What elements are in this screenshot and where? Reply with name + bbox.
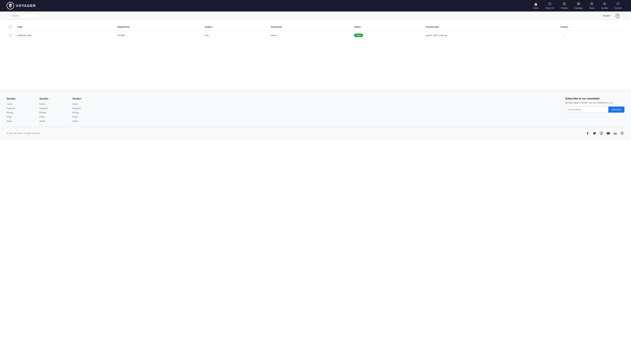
twitter-icon[interactable]	[592, 131, 597, 136]
svg-point-22	[9, 15, 10, 16]
subscribe-button[interactable]: Subscribe	[608, 106, 624, 112]
svg-rect-14	[578, 3, 578, 4]
articles-icon	[563, 2, 566, 6]
footer-link[interactable]: About	[40, 120, 45, 122]
footer-link-item: About	[40, 120, 62, 122]
row-code: #ABCDE12345	[14, 30, 115, 40]
header-subject: Subject	[202, 23, 268, 30]
social-icons	[585, 131, 624, 136]
status-badge: Open	[354, 34, 363, 37]
table-row: #ABCDE12345 OTHER Test Admin Open June 6…	[6, 30, 624, 40]
svg-marker-21	[603, 3, 606, 5]
row-status: Open	[352, 30, 423, 40]
search-input[interactable]	[12, 14, 37, 17]
footer-link-item: Features	[6, 107, 30, 110]
header-actions: Actions	[558, 23, 624, 30]
footer-link[interactable]: About	[6, 120, 12, 122]
footer-link[interactable]: Home	[6, 103, 12, 105]
youtube-icon[interactable]	[606, 131, 610, 136]
row-subject: Test	[202, 30, 268, 40]
footer-link[interactable]: About	[72, 120, 78, 122]
header-status: Status	[352, 23, 423, 30]
header-code: Code	[14, 23, 115, 30]
footer-link[interactable]: FAQs	[72, 116, 78, 118]
svg-point-4	[9, 5, 12, 8]
facebook-icon[interactable]	[585, 131, 590, 136]
language-selector[interactable]: English	[603, 14, 612, 17]
svg-rect-15	[579, 3, 580, 4]
chevron-down-icon	[610, 15, 612, 17]
footer-section-title: Section	[6, 97, 30, 100]
newsletter-section: Subscribe to our newsletter Monthly dige…	[565, 97, 624, 122]
footer-link[interactable]: Home	[40, 103, 45, 105]
footer-link[interactable]: Features	[72, 107, 81, 110]
location-icon[interactable]	[620, 131, 624, 136]
nav-label-about-us: About Us	[545, 7, 554, 9]
svg-rect-16	[578, 4, 578, 5]
newsletter-email-input[interactable]	[565, 106, 608, 112]
linkedin-icon[interactable]	[613, 131, 618, 136]
footer-link[interactable]: FAQs	[40, 116, 45, 118]
row-authorized: Admin	[268, 30, 352, 40]
footer-link-item: About	[6, 120, 30, 122]
footer-top: SectionHomeFeaturesPricingFAQsAboutSecti…	[6, 97, 624, 122]
data-table: Code Department Subject Authorized Statu…	[6, 23, 624, 40]
header-department: Department	[115, 23, 202, 30]
footer-link-item: Home	[72, 102, 95, 105]
header-authorized: Authorized	[268, 23, 352, 30]
nav-item-quality[interactable]: Quality	[598, 1, 610, 10]
search-box[interactable]	[6, 13, 40, 18]
brand-logo-link[interactable]: VOYAGER	[6, 2, 36, 10]
row-created-date: June 6, 2024, 4:05 pm	[423, 30, 558, 40]
footer-link[interactable]: Features	[40, 107, 48, 110]
main-content: Code Department Subject Authorized Statu…	[0, 20, 631, 89]
svg-point-30	[614, 132, 614, 132]
home-icon: 🏠	[534, 2, 538, 6]
footer-section-0: SectionHomeFeaturesPricingFAQsAbout	[6, 97, 30, 122]
footer-link-item: Pricing	[72, 111, 95, 114]
nav-item-contact[interactable]: Contact	[612, 1, 624, 10]
svg-line-23	[10, 16, 10, 16]
brand-name: VOYAGER	[16, 4, 36, 8]
svg-point-25	[617, 14, 618, 16]
header-checkbox-col	[6, 23, 14, 30]
footer-link[interactable]: Pricing	[40, 111, 46, 114]
nav-item-catalogs[interactable]: Catalogs	[572, 1, 585, 10]
footer-link[interactable]: Pricing	[6, 111, 13, 114]
svg-point-27	[601, 133, 602, 134]
lang-user-section: English	[603, 13, 624, 19]
contact-icon	[617, 2, 620, 6]
navbar: VOYAGER 🏠 Home About Us Articles	[0, 0, 631, 12]
nav-item-about-us[interactable]: About Us	[543, 1, 557, 10]
instagram-icon[interactable]	[599, 131, 604, 136]
nav-item-home[interactable]: 🏠 Home	[530, 1, 542, 10]
svg-rect-17	[579, 4, 580, 5]
footer-bottom: © 2024 Site Name. All rights reserved.	[6, 128, 624, 136]
footer-link[interactable]: Pricing	[72, 111, 79, 114]
select-all-checkbox[interactable]	[9, 25, 12, 28]
svg-point-28	[602, 132, 602, 133]
newsletter-title: Subscribe to our newsletter	[565, 97, 624, 100]
row-checkbox[interactable]	[9, 34, 12, 36]
row-checkbox-cell	[6, 30, 14, 40]
catalogs-icon	[577, 2, 580, 6]
footer-link-item: Features	[40, 107, 62, 110]
footer-section-title: Section	[72, 97, 95, 100]
footer-link[interactable]: FAQs	[6, 116, 12, 118]
footer: SectionHomeFeaturesPricingFAQsAboutSecti…	[0, 89, 631, 140]
search-icon	[9, 15, 11, 17]
svg-point-31	[622, 133, 622, 134]
row-actions: ⋮	[558, 30, 624, 40]
actions-menu-button[interactable]: ⋮	[560, 33, 566, 38]
nav-item-news[interactable]: News	[586, 1, 597, 10]
footer-link[interactable]: Features	[6, 107, 15, 110]
newsletter-form: Subscribe	[565, 106, 624, 112]
footer-sections: SectionHomeFeaturesPricingFAQsAboutSecti…	[6, 97, 95, 122]
nav-label-news: News	[589, 7, 595, 9]
footer-link[interactable]: Home	[72, 103, 78, 105]
footer-link-item: About	[72, 120, 95, 122]
user-avatar[interactable]	[614, 13, 620, 19]
user-chevron-icon	[622, 15, 624, 17]
nav-item-articles[interactable]: Articles	[558, 1, 570, 10]
nav-label-home: Home	[533, 7, 539, 9]
